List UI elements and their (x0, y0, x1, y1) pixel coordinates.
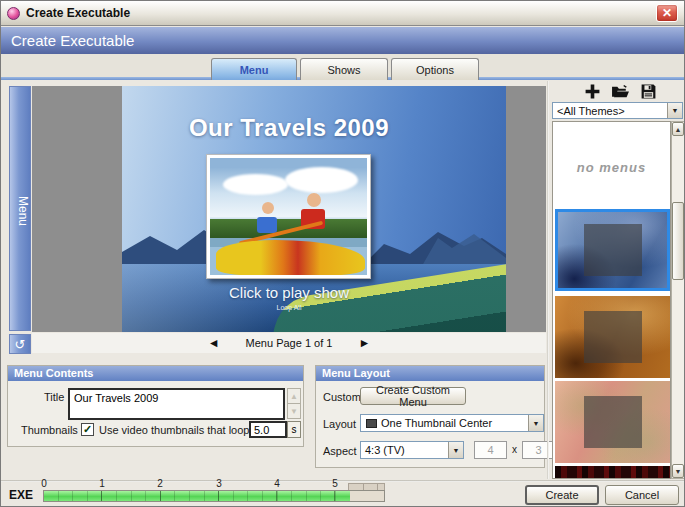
themes-filter-dropdown[interactable]: <All Themes> ▼ (552, 102, 683, 119)
themes-scrollbar[interactable]: ▲ ▼ (671, 121, 685, 479)
next-page-button[interactable]: ► (358, 336, 370, 350)
theme-thumbnail-pink[interactable] (555, 381, 670, 463)
refresh-icon: ↺ (15, 337, 26, 352)
plus-icon (584, 83, 601, 100)
aspect-width-input[interactable] (474, 441, 507, 459)
aspect-x-label: x (512, 444, 517, 455)
scroll-up-icon: ▲ (675, 126, 682, 133)
add-menu-button[interactable] (584, 83, 601, 101)
scroll-down-icon: ▼ (675, 468, 682, 475)
play-subcaption: Loop All (122, 304, 456, 311)
custom-label: Custom (323, 391, 361, 403)
cloud-graphic (223, 174, 289, 195)
scroll-up-button[interactable]: ▲ (672, 122, 684, 136)
meter-tick-label: 5 (332, 478, 338, 489)
loop-seconds-input[interactable] (249, 421, 287, 438)
dropdown-arrow-icon: ▼ (528, 415, 543, 431)
play-caption: Click to play show (122, 284, 456, 301)
show-thumbnail-image (210, 158, 367, 275)
exe-label: EXE (9, 488, 33, 502)
menu-preview[interactable]: Our Travels 2009 Click to play show Loop… (122, 86, 506, 332)
title-spinner: ▲ ▼ (287, 388, 301, 420)
close-button[interactable]: ✕ (656, 4, 678, 22)
meter-tick-label: 3 (216, 478, 222, 489)
cancel-button[interactable]: Cancel (605, 485, 679, 505)
window-title: Create Executable (26, 6, 656, 20)
video-thumbnails-checkbox[interactable]: ✓ (81, 423, 94, 436)
create-custom-menu-button[interactable]: Create Custom Menu (360, 387, 466, 405)
tab-bar: Menu Shows Options (1, 54, 684, 80)
meter-tick-label: 2 (157, 478, 163, 489)
sidebar-divider (547, 81, 549, 479)
theme-thumbnail-blue[interactable] (555, 209, 670, 291)
show-thumbnail[interactable] (206, 154, 371, 279)
no-menus-message: no menus (553, 160, 670, 175)
theme-thumbnail-red[interactable] (555, 466, 670, 479)
menu-contents-header: Menu Contents (8, 366, 303, 381)
app-logo-icon (7, 7, 20, 20)
menu-title-input[interactable]: Our Travels 2009 (68, 388, 285, 420)
themes-toolbar (584, 83, 662, 101)
meter-tick-label: 1 (99, 478, 105, 489)
menu-side-tab-label: Menu (10, 196, 30, 226)
checkmark-icon: ✓ (83, 423, 92, 435)
spinner-up-button[interactable]: ▲ (287, 388, 301, 404)
layout-dropdown[interactable]: One Thumbnail Center ▼ (360, 414, 544, 432)
boy-head-graphic (262, 202, 274, 214)
menu-layout-group: Menu Layout Custom Create Custom Menu La… (315, 365, 545, 468)
scrollbar-thumb[interactable] (672, 202, 684, 280)
layout-swatch-icon (366, 419, 377, 428)
menu-preview-title: Our Travels 2009 (122, 114, 456, 142)
open-menu-button[interactable] (611, 83, 630, 101)
meter-tick-label: 0 (41, 478, 47, 489)
title-label: Title (44, 391, 64, 403)
aspect-label: Aspect (323, 445, 357, 457)
aspect-dropdown[interactable]: 4:3 (TV) ▼ (360, 441, 464, 459)
prev-arrow-icon: ◄ (208, 336, 220, 350)
size-meter (43, 490, 385, 502)
dropdown-arrow-icon: ▼ (667, 103, 682, 118)
spinner-down-button[interactable]: ▼ (287, 403, 301, 419)
preview-background: Our Travels 2009 Click to play show Loop… (32, 86, 546, 332)
aspect-selected-value: 4:3 (TV) (361, 444, 448, 456)
theme-overlay-rect (584, 396, 642, 448)
menu-layout-header: Menu Layout (316, 366, 544, 381)
layout-selected-value: One Thumbnail Center (377, 417, 528, 429)
tab-menu[interactable]: Menu (211, 58, 297, 80)
size-meter-fill (44, 491, 350, 501)
tab-shows[interactable]: Shows (300, 58, 388, 80)
thumbnails-label: Thumbnails (21, 424, 78, 436)
prev-page-button[interactable]: ◄ (208, 336, 220, 350)
boy-vest-graphic (257, 217, 277, 233)
menu-contents-group: Menu Contents Title Our Travels 2009 ▲ ▼… (7, 365, 304, 447)
tab-options[interactable]: Options (391, 58, 479, 80)
create-executable-window: Create Executable ✕ Create Executable Me… (0, 0, 685, 507)
theme-overlay-rect (584, 311, 642, 363)
spinner-up-icon: ▲ (290, 392, 298, 401)
themes-list: no menus (552, 121, 671, 479)
next-arrow-icon: ► (358, 336, 370, 350)
menu-side-tab[interactable]: Menu (9, 86, 31, 331)
menu-page-label: Menu Page 1 of 1 (246, 337, 333, 349)
seconds-unit-label: s (287, 421, 301, 438)
theme-overlay-rect (584, 224, 642, 276)
spinner-down-icon: ▼ (290, 407, 298, 416)
themes-filter-value: <All Themes> (553, 105, 667, 117)
meter-tick-label: 4 (274, 478, 280, 489)
open-folder-icon (611, 83, 630, 100)
man-head-graphic (307, 193, 321, 207)
refresh-button[interactable]: ↺ (9, 334, 31, 354)
scroll-down-button[interactable]: ▼ (672, 464, 684, 478)
aspect-height-input[interactable] (522, 441, 555, 459)
save-menu-button[interactable] (640, 83, 657, 101)
layout-label: Layout (323, 418, 356, 430)
save-icon (640, 83, 657, 100)
theme-thumbnail-orange[interactable] (555, 296, 670, 378)
dropdown-arrow-icon: ▼ (448, 442, 463, 458)
menu-page-nav: ◄ Menu Page 1 of 1 ► (32, 333, 546, 353)
create-button[interactable]: Create (525, 485, 599, 505)
close-icon: ✕ (662, 6, 672, 20)
titlebar: Create Executable ✕ (1, 1, 684, 26)
page-title: Create Executable (1, 27, 684, 54)
cloud-graphic (285, 167, 357, 193)
